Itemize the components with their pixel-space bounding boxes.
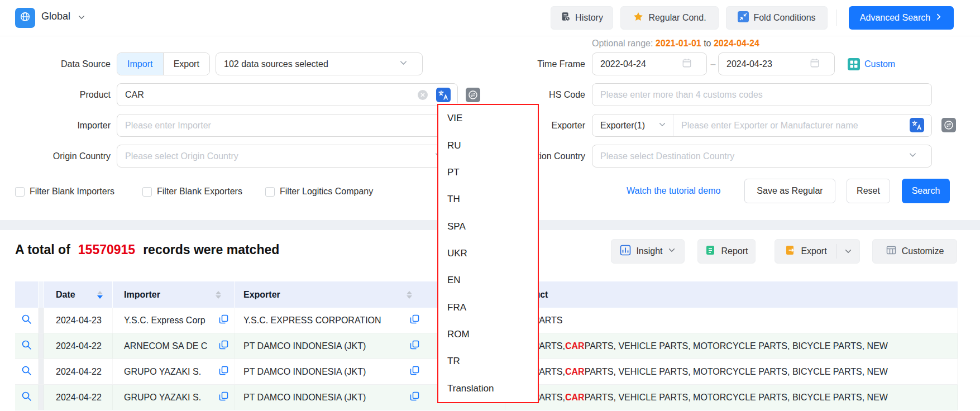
- app-window: Global History Regular Cond. Fold Condit…: [0, 0, 980, 411]
- filter-blank-exporters-checkbox[interactable]: Filter Blank Exporters: [142, 187, 242, 197]
- magnifier-icon[interactable]: [21, 314, 32, 327]
- destination-country-select[interactable]: Please select Destination Country: [592, 145, 932, 168]
- segment-import[interactable]: Import: [117, 53, 164, 75]
- hs-code-input[interactable]: [600, 90, 924, 100]
- exporter-input[interactable]: [681, 121, 924, 131]
- sort-icon-importer[interactable]: [216, 291, 221, 299]
- filter-blank-importers-checkbox[interactable]: Filter Blank Importers: [15, 187, 114, 197]
- custom-icon[interactable]: [848, 58, 860, 70]
- insight-button[interactable]: Insight: [611, 239, 685, 264]
- save-as-regular-button[interactable]: Save as Regular: [744, 179, 835, 203]
- copy-icon[interactable]: [410, 366, 419, 377]
- origin-country-placeholder: Please select Origin Country: [125, 151, 238, 161]
- export-button[interactable]: Export: [775, 240, 836, 263]
- chevron-down-icon[interactable]: [77, 13, 86, 23]
- chevron-down-icon: [658, 121, 666, 131]
- copy-icon[interactable]: [219, 340, 228, 352]
- language-option-th[interactable]: TH: [438, 186, 538, 213]
- sort-icon-date[interactable]: [97, 291, 103, 299]
- product-cell: CAR PARTS: [505, 308, 958, 333]
- importer-cell: Y.S.C. Express Corp: [113, 308, 235, 333]
- exporter-type-select[interactable]: Exporter(1): [592, 114, 673, 136]
- search-button[interactable]: Search: [902, 179, 950, 203]
- checkbox-icon[interactable]: [15, 187, 25, 197]
- header-product[interactable]: Product: [505, 281, 958, 308]
- insight-label: Insight: [636, 246, 662, 256]
- product-cell: CAR PARTS, CAR PARTS, VEHICLE PARTS, MOT…: [505, 385, 958, 410]
- copy-icon[interactable]: [219, 391, 228, 403]
- checkbox-icon[interactable]: [142, 187, 152, 197]
- filter-logitics-company-label: Filter Logitics Company: [280, 187, 373, 197]
- magnifier-icon[interactable]: [21, 340, 32, 352]
- regular-cond-button[interactable]: Regular Cond.: [620, 6, 719, 30]
- time-frame-end-input[interactable]: 2024-04-23: [718, 52, 835, 75]
- fold-conditions-button[interactable]: Fold Conditions: [726, 6, 828, 30]
- fold-icon: [738, 11, 749, 25]
- globe-icon: [19, 11, 31, 25]
- translate-language-menu: VIE RU PT TH SPA UKR EN FRA ROM TR Trans…: [437, 104, 539, 403]
- optional-range-start: 2021-01-01: [656, 39, 701, 48]
- fold-conditions-label: Fold Conditions: [753, 13, 815, 23]
- magnifier-icon[interactable]: [21, 365, 32, 378]
- calendar-icon[interactable]: [682, 58, 692, 70]
- filter-logitics-company-checkbox[interactable]: Filter Logitics Company: [265, 187, 373, 197]
- topbar-divider: [836, 9, 836, 26]
- translate-icon[interactable]: [436, 88, 451, 102]
- tutorial-demo-link[interactable]: Watch the tutorial demo: [627, 179, 720, 203]
- magnifier-icon[interactable]: [21, 391, 32, 404]
- language-option-ru[interactable]: RU: [438, 132, 538, 159]
- time-frame-start-input[interactable]: 2022-04-24: [592, 52, 707, 75]
- copy-icon[interactable]: [410, 340, 419, 352]
- chevron-down-icon: [668, 246, 676, 256]
- synonym-search-icon[interactable]: [941, 118, 956, 132]
- segment-export[interactable]: Export: [164, 53, 210, 75]
- importer-input[interactable]: [125, 121, 450, 131]
- checkbox-icon[interactable]: [265, 187, 275, 197]
- copy-icon[interactable]: [219, 314, 228, 326]
- language-option-rom[interactable]: ROM: [438, 321, 538, 348]
- data-sources-select[interactable]: 102 data sources selected: [216, 52, 423, 75]
- origin-country-select[interactable]: Please select Origin Country: [117, 145, 458, 168]
- language-option-tr[interactable]: TR: [438, 348, 538, 375]
- chevron-down-icon: [399, 59, 408, 69]
- header-importer[interactable]: Importer: [113, 281, 235, 308]
- calendar-icon[interactable]: [810, 58, 820, 70]
- language-option-fra[interactable]: FRA: [438, 294, 538, 321]
- history-icon: [561, 12, 571, 24]
- star-icon: [633, 11, 644, 25]
- language-option-translation[interactable]: Translation: [438, 375, 538, 402]
- history-label: History: [575, 13, 603, 23]
- app-logo[interactable]: [15, 8, 35, 28]
- language-option-en[interactable]: EN: [438, 267, 538, 294]
- region-selector-label[interactable]: Global: [41, 11, 70, 22]
- product-input[interactable]: [125, 90, 450, 100]
- copy-icon[interactable]: [410, 391, 419, 403]
- custom-time-link[interactable]: Custom: [864, 52, 895, 75]
- export-icon: [785, 245, 796, 258]
- optional-range-label: Optional range:: [592, 39, 653, 48]
- customize-button[interactable]: Customize: [872, 239, 957, 264]
- advanced-search-button[interactable]: Advanced Search: [849, 6, 954, 30]
- date-cell: 2024-04-23: [44, 308, 113, 333]
- copy-icon[interactable]: [410, 314, 419, 326]
- exporter-compound: Exporter(1): [592, 114, 932, 137]
- history-button[interactable]: History: [551, 6, 613, 30]
- translate-icon[interactable]: [910, 118, 924, 132]
- report-button[interactable]: Report: [697, 239, 756, 264]
- chevron-down-icon: [909, 151, 917, 161]
- clear-icon[interactable]: [418, 90, 428, 102]
- data-source-label: Data Source: [11, 52, 111, 75]
- report-label: Report: [721, 246, 748, 256]
- language-option-spa[interactable]: SPA: [438, 213, 538, 240]
- language-option-pt[interactable]: PT: [438, 159, 538, 186]
- reset-button[interactable]: Reset: [847, 179, 890, 203]
- header-date[interactable]: Date: [44, 281, 113, 308]
- language-option-ukr[interactable]: UKR: [438, 240, 538, 267]
- language-option-vie[interactable]: VIE: [438, 105, 538, 132]
- synonym-search-icon[interactable]: [466, 88, 480, 102]
- date-range-dash: –: [708, 52, 718, 75]
- sort-icon-exporter[interactable]: [407, 291, 412, 299]
- copy-icon[interactable]: [219, 366, 228, 377]
- export-dropdown-button[interactable]: [837, 240, 859, 263]
- summary-prefix: A total of: [15, 242, 70, 257]
